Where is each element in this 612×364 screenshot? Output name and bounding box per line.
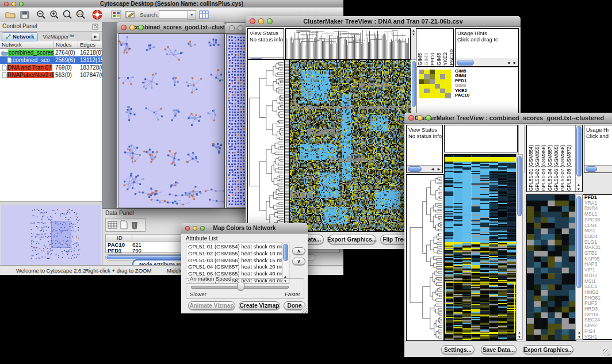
move-up-button[interactable]: ∧ [292,247,305,255]
matrix-cell[interactable] [440,70,445,74]
network-row-combined-scores[interactable]: combined_scores 2764(0) 16218(0) [0,49,102,56]
matrix-cell[interactable] [424,74,429,79]
zoom-button[interactable] [138,25,144,30]
matrix-cell[interactable] [424,79,429,84]
array-column-label[interactable]: GPL51-08 (GSM872) [566,145,572,191]
matrix-cell[interactable] [435,74,440,79]
tv2-row-dendrogram-canvas[interactable] [406,174,444,341]
column-label[interactable]: PAC10 [449,49,454,66]
zoom-button[interactable] [200,226,205,231]
attribute-item[interactable]: GPL51-02 (GSM855) heat shock 10 min [186,250,289,257]
tv2-hints-hscrollbar[interactable] [584,165,612,173]
attr-col-id[interactable]: ID [106,235,132,242]
scroll-left-icon[interactable]: ◀ [430,167,435,171]
birdseye-view-canvas[interactable] [1,205,101,265]
array-column-label[interactable]: GPL51-07 (GSM868) [560,145,565,191]
zoom-in-icon[interactable] [49,10,59,20]
matrix-cell[interactable] [435,89,440,93]
matrix-cell[interactable] [430,70,435,74]
matrix-cell[interactable] [445,84,450,89]
move-down-button[interactable]: ∨ [292,258,305,265]
matrix-cell[interactable] [419,70,424,74]
matrix-cell[interactable] [430,79,435,84]
close-button[interactable] [185,226,190,231]
close-button[interactable] [121,25,127,30]
scroll-up-icon[interactable]: ▲ [517,331,522,334]
minimize-button[interactable] [193,226,197,231]
help-lifering-icon[interactable] [91,9,103,20]
zoom-button[interactable] [19,2,24,6]
close-button[interactable] [4,2,9,6]
array-column-label[interactable]: GPL51-01 (GSM854) [528,145,534,191]
tab-vizmapper[interactable]: VizMapper™ [39,33,78,41]
tv1-similarity-matrix[interactable] [419,70,451,98]
matrix-cell[interactable] [424,70,429,74]
close-button[interactable] [408,115,414,121]
open-folder-icon[interactable] [5,10,16,20]
select-attributes-icon[interactable] [108,220,118,229]
column-label[interactable]: GIM4 [424,53,429,66]
zoom-button[interactable] [267,18,273,24]
tab-overflow-button[interactable]: ▶ [91,33,100,41]
array-column-label[interactable]: GPL51-06 (GSM865) [553,145,559,191]
matrix-cell[interactable] [430,84,435,89]
export-graphics-button[interactable]: Export Graphics... [523,345,573,354]
matrix-cell[interactable] [435,93,440,98]
close-button[interactable] [229,25,235,31]
zoom-selected-icon[interactable] [62,10,72,20]
scroll-right-icon[interactable]: ▶ [512,61,518,64]
gene-list[interactable]: PFD1YRA1RNR4MSL1SPC98CLN1NIS1BUD4ELG1MAK… [583,195,612,340]
attribute-list-vscrollbar[interactable]: ▲ ▼ [282,243,289,283]
speed-slider-thumb[interactable] [237,282,244,291]
network-row-combined-sco[interactable]: combined_sco 2569(6) 13112(15) [0,56,102,64]
scroll-up-icon[interactable]: ▲ [576,183,582,186]
tv2-global-vscrollbar[interactable]: ▲ ▼ [516,154,523,340]
matrix-cell[interactable] [435,70,440,74]
resize-grip[interactable] [603,349,610,356]
search-dropdown-button[interactable]: ▼ [188,10,196,20]
tv1-column-dendrogram-canvas[interactable] [285,28,411,60]
col-nodes[interactable]: Nodes [54,41,78,49]
column-label[interactable]: YKE2 [443,52,448,66]
vizmapper-icon[interactable] [110,10,122,20]
attribute-item[interactable]: GPL51-01 (GSM854) heat shock 05 min [186,243,289,250]
tv1-hints-hscrollbar[interactable]: ◀ ▶ [456,59,518,66]
create-vizmap-button[interactable]: Create Vizmap [239,301,280,310]
minimize-button[interactable] [129,25,135,30]
network-row-dna-tran[interactable]: DNA and Tran 07 769(0) 183728(0) [0,64,102,71]
col-edges[interactable]: Edges [78,41,102,49]
matrix-cell[interactable] [440,89,445,93]
animate-vizmap-button[interactable]: Animate Vizmap [188,301,235,310]
column-label[interactable]: GIM3 [437,53,442,66]
column-label[interactable]: GIM5 [418,53,423,66]
scroll-down-icon[interactable]: ▼ [517,335,522,339]
settings-button[interactable]: Settings... [441,345,475,354]
network-row-rnapuber[interactable]: RNAPuberNov2+I 563(0) 107847(0) [0,71,102,79]
gene-label[interactable]: PAC10 [455,93,469,98]
array-column-label[interactable]: GPL51-04 (GSM857) [547,145,553,191]
matrix-cell[interactable] [419,89,424,93]
save-icon[interactable] [19,10,30,20]
array-column-label[interactable]: GPL51-02 (GSM855) [534,145,540,191]
zoom-out-icon[interactable] [36,10,46,20]
matrix-cell[interactable] [440,74,445,79]
matrix-cell[interactable] [419,93,424,98]
matrix-cell[interactable] [419,79,424,84]
scroll-down-icon[interactable]: ▼ [576,335,582,339]
tv2-zoom-heatmap-canvas[interactable] [526,194,576,341]
matrix-cell[interactable] [430,89,435,93]
matrix-cell[interactable] [430,93,435,98]
matrix-cell[interactable] [430,74,435,79]
column-label[interactable]: PFD1 [430,52,435,66]
float-panel-icon[interactable] [92,24,98,30]
attribute-item[interactable]: GPL51-03 (GSM856) heat shock 15 min [186,257,289,264]
delete-attribute-icon[interactable] [131,220,139,229]
matrix-cell[interactable] [440,79,445,84]
tv1-export-graphics-button[interactable]: Export Graphics... [328,235,376,244]
matrix-cell[interactable] [445,70,450,74]
minimize-button[interactable] [417,115,423,121]
attribute-item[interactable]: GPL51-04 (GSM857) heat shock 20 min [186,263,289,270]
matrix-cell[interactable] [440,84,445,89]
matrix-cell[interactable] [445,93,450,98]
matrix-cell[interactable] [424,89,429,93]
